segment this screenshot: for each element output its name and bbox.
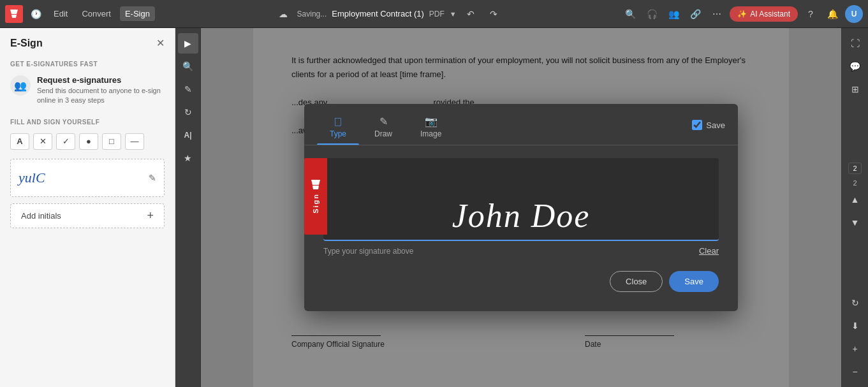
app-logo [5,5,23,23]
tab-image[interactable]: 📷 Image [408,112,454,145]
history-button[interactable]: 🕐 [27,5,45,23]
fill-tools: A ✕ ✓ ● □ — [0,128,175,155]
image-tab-icon: 📷 [425,115,438,128]
draw-tab-icon: ✎ [379,115,388,128]
right-panel-grid-icon[interactable]: ⊞ [845,79,865,99]
rotate-tool-button[interactable]: ↻ [178,102,198,122]
type-tab-label: Type [330,129,346,138]
request-esig-section: 👥 Request e-signatures Send this documen… [0,70,175,116]
line-tool-button[interactable]: — [125,133,144,150]
sign-banner[interactable]: Sign [304,158,327,235]
request-esig-icon: 👥 [10,75,31,96]
draw-tab-label: Draw [374,129,392,138]
doc-type: PDF [429,10,445,18]
zoom-out-button[interactable]: − [845,361,865,382]
right-panel-crop-icon[interactable]: ⛶ [845,33,865,54]
ai-assistant-button[interactable]: ✨ AI Assistant [730,6,798,22]
download-icon[interactable]: ⬇ [845,316,865,336]
signature-box[interactable]: yulC ✎ [10,159,165,197]
headphones-button[interactable]: 🎧 [643,5,661,23]
signature-text-display: John Doe [452,197,591,240]
type-tab-icon: ⎕ [335,116,341,128]
save-checkbox[interactable] [692,120,702,130]
modal-actions: Close Save [323,271,719,292]
clear-button[interactable]: Clear [699,246,719,256]
signature-input-area[interactable]: John Doe [323,158,719,241]
zoom-tool-button[interactable]: 🔍 [178,56,198,77]
convert-menu[interactable]: Convert [77,6,116,21]
edit-menu[interactable]: Edit [48,6,73,21]
redo-button[interactable]: ↷ [485,5,503,23]
check-tool-button[interactable]: ✓ [56,133,75,150]
left-toolbar: ▶ 🔍 ✎ ↻ A| ★ [175,28,201,387]
page-badge: 2 [848,163,861,174]
more-button[interactable]: ⋯ [708,5,726,23]
request-esig-title: Request e-signatures [37,75,165,85]
right-panel-comment-icon[interactable]: 💬 [845,56,865,77]
panel-title: E-Sign [10,38,43,49]
saving-status: Saving... [297,10,327,18]
modal-save-row: Save [692,120,725,136]
document-area: It is further acknowledged that upon ter… [201,28,841,387]
add-initials-plus-icon: + [147,209,154,223]
right-panel: ⛶ 💬 ⊞ 2 2 ▲ ▼ ↻ ⬇ + − [841,28,868,387]
help-button[interactable]: ? [802,5,820,23]
text-insert-button[interactable]: A| [178,125,198,145]
top-toolbar: 🕐 Edit Convert E-Sign ☁ Saving... Employ… [0,0,868,28]
modal-overlay: ⎕ Type ✎ Draw 📷 Image [201,28,841,387]
tab-type[interactable]: ⎕ Type [317,112,359,145]
undo-button[interactable]: ↶ [462,5,480,23]
doc-chevron-icon[interactable]: ▼ [450,10,457,18]
document-container: It is further acknowledged that upon ter… [201,28,841,387]
toolbar-center: ☁ Saving... Employment Contract (1) PDF … [159,5,617,23]
tab-draw[interactable]: ✎ Draw [362,112,405,145]
select-tool-button[interactable]: ▶ [178,33,198,54]
add-initials-row[interactable]: Add initials + [10,203,165,228]
fill-sign-label: FILL AND SIGN YOURSELF [0,116,175,128]
refresh-button[interactable]: ↻ [845,293,865,313]
sign-banner-text: Sign [312,193,320,214]
stamp-tool-button[interactable]: ★ [178,148,198,168]
pencil-tool-button[interactable]: ✎ [178,79,198,99]
close-button[interactable]: Close [610,271,663,292]
modal-tabs: ⎕ Type ✎ Draw 📷 Image [304,104,738,145]
signature-edit-icon[interactable]: ✎ [149,173,156,183]
main-area: E-Sign ✕ GET E-SIGNATURES FAST 👥 Request… [0,28,868,387]
text-tool-button[interactable]: A [10,133,29,150]
toolbar-right: 🔍 🎧 👥 🔗 ⋯ ✨ AI Assistant ? 🔔 U [621,5,863,23]
signature-preview: yulC [18,170,45,186]
zoom-in-button[interactable]: + [845,339,865,359]
signature-modal: ⎕ Type ✎ Draw 📷 Image [304,104,738,311]
esign-menu[interactable]: E-Sign [120,6,155,21]
dot-tool-button[interactable]: ● [79,133,98,150]
users-button[interactable]: 👥 [665,5,682,23]
scroll-up-button[interactable]: ▲ [845,189,865,210]
user-avatar[interactable]: U [845,5,863,23]
link-button[interactable]: 🔗 [686,5,704,23]
signature-input-wrapper: Sign John Doe [323,158,719,241]
esign-panel: E-Sign ✕ GET E-SIGNATURES FAST 👥 Request… [0,28,175,387]
panel-close-button[interactable]: ✕ [156,37,165,49]
notifications-button[interactable]: 🔔 [823,5,841,23]
cloud-icon[interactable]: ☁ [274,5,292,23]
ai-icon: ✨ [737,10,747,18]
search-button[interactable]: 🔍 [621,5,639,23]
get-esig-label: GET E-SIGNATURES FAST [0,55,175,70]
doc-title: Employment Contract (1) [332,9,424,18]
scroll-down-button[interactable]: ▼ [845,212,865,233]
panel-header: E-Sign ✕ [0,28,175,55]
add-initials-label: Add initials [21,211,61,221]
save-checkbox-label: Save [706,120,725,130]
modal-body: Sign John Doe Type your signature above … [304,145,738,311]
cross-tool-button[interactable]: ✕ [33,133,52,150]
modal-save-button[interactable]: Save [669,271,719,292]
modal-hint-row: Type your signature above Clear [323,246,719,256]
rect-tool-button[interactable]: □ [102,133,121,150]
image-tab-label: Image [420,129,441,138]
request-esig-desc: Send this document to anyone to e-sign o… [37,86,165,106]
modal-hint-text: Type your signature above [323,247,413,256]
page-number: 2 [853,179,857,187]
